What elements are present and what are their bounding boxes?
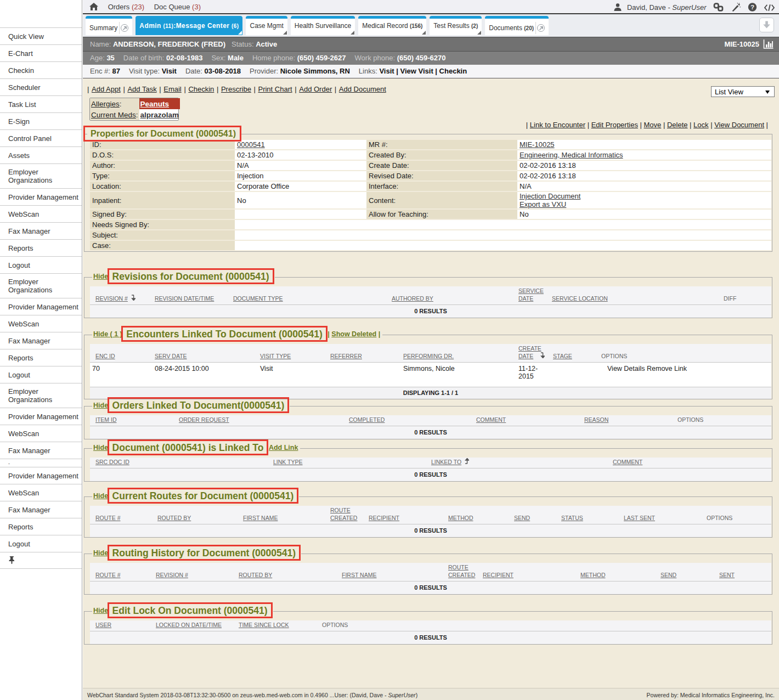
svg-text:?: ? [750, 3, 754, 10]
